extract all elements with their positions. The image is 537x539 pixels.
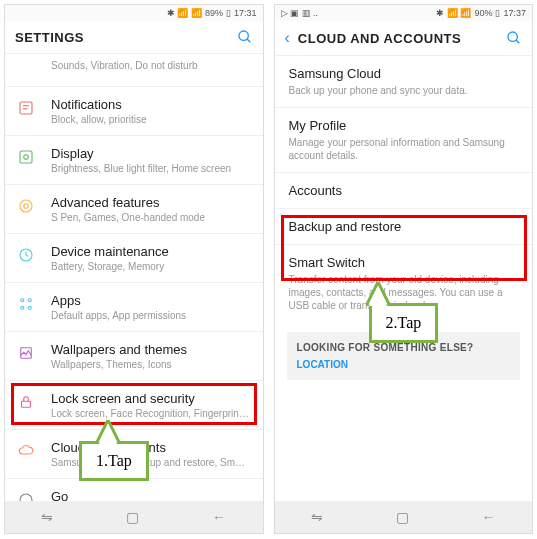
row-samsung-cloud[interactable]: Samsung Cloud Back up your phone and syn… (275, 56, 533, 108)
battery-percent: 90% (474, 8, 492, 18)
row-my-profile[interactable]: My Profile Manage your personal informat… (275, 108, 533, 173)
home-button[interactable]: ▢ (126, 509, 139, 525)
status-icons: ✱ 📶 📶 (436, 8, 471, 18)
apps-icon (17, 295, 37, 315)
status-bar-right: ▷ ▣ ▥ .. ✱ 📶 📶 90% ▯ 17:37 (275, 5, 533, 21)
location-link[interactable]: LOCATION (297, 359, 511, 370)
svg-point-11 (28, 299, 31, 302)
status-time: 17:37 (503, 8, 526, 18)
callout-tap1: 1.Tap (79, 441, 149, 481)
settings-row-advanced[interactable]: Advanced featuresS Pen, Games, One-hande… (5, 185, 263, 234)
looking-title: LOOKING FOR SOMETHING ELSE? (297, 342, 511, 353)
svg-rect-15 (22, 401, 31, 407)
cloud-accounts-screen: ▷ ▣ ▥ .. ✱ 📶 📶 90% ▯ 17:37 ‹ CLOUD AND A… (274, 4, 534, 534)
svg-rect-5 (20, 151, 32, 163)
settings-header: SETTINGS (5, 21, 263, 54)
settings-row-maintenance[interactable]: Device maintenanceBattery, Storage, Memo… (5, 234, 263, 283)
recent-apps-button[interactable]: ⇋ (311, 509, 323, 525)
nav-bar-right: ⇋ ▢ ← (275, 501, 533, 533)
back-button[interactable]: ← (482, 509, 496, 525)
status-time: 17:31 (234, 8, 257, 18)
wallpapers-icon (17, 344, 37, 364)
nav-bar-left: ⇋ ▢ ← (5, 501, 263, 533)
lock-icon (17, 393, 37, 413)
svg-point-12 (21, 306, 24, 309)
header-title: CLOUD AND ACCOUNTS (298, 31, 506, 46)
advanced-icon (17, 197, 37, 217)
notifications-icon (17, 99, 37, 119)
sounds-icon (17, 60, 37, 80)
battery-icon: ▯ (226, 8, 231, 18)
svg-point-20 (508, 32, 517, 41)
settings-row-notifications[interactable]: NotificationsBlock, allow, prioritise (5, 87, 263, 136)
recent-apps-button[interactable]: ⇋ (41, 509, 53, 525)
cloud-icon (17, 442, 37, 462)
battery-icon: ▯ (495, 8, 500, 18)
status-icons-left: ▷ ▣ ▥ .. (281, 8, 319, 18)
battery-percent: 89% (205, 8, 223, 18)
status-bar-left: ✱ 📶 📶 89% ▯ 17:31 (5, 5, 263, 21)
maintenance-icon (17, 246, 37, 266)
search-icon[interactable] (237, 29, 253, 45)
search-icon[interactable] (506, 30, 522, 46)
back-button[interactable]: ← (212, 509, 226, 525)
svg-point-13 (28, 306, 31, 309)
svg-point-7 (20, 200, 32, 212)
settings-screen: ✱ 📶 📶 89% ▯ 17:31 SETTINGS Sounds, Vibra… (4, 4, 264, 534)
status-icons: ✱ 📶 📶 (167, 8, 202, 18)
settings-row-sounds[interactable]: Sounds, Vibration, Do not disturb (5, 54, 263, 87)
svg-point-6 (24, 155, 29, 160)
svg-line-1 (247, 39, 250, 42)
row-backup-restore[interactable]: Backup and restore (275, 209, 533, 245)
svg-rect-2 (20, 102, 32, 114)
header-title: SETTINGS (15, 30, 237, 45)
settings-row-wallpapers[interactable]: Wallpapers and themesWallpapers, Themes,… (5, 332, 263, 381)
cloud-header: ‹ CLOUD AND ACCOUNTS (275, 21, 533, 56)
settings-row-display[interactable]: DisplayBrightness, Blue light filter, Ho… (5, 136, 263, 185)
callout-tap2: 2.Tap (369, 303, 439, 343)
settings-row-apps[interactable]: AppsDefault apps, App permissions (5, 283, 263, 332)
row-accounts[interactable]: Accounts (275, 173, 533, 209)
back-icon[interactable]: ‹ (285, 29, 290, 47)
svg-point-10 (21, 299, 24, 302)
svg-point-0 (239, 31, 248, 40)
svg-line-21 (516, 40, 519, 43)
display-icon (17, 148, 37, 168)
svg-point-8 (24, 204, 29, 209)
home-button[interactable]: ▢ (396, 509, 409, 525)
settings-row-lockscreen[interactable]: Lock screen and securityLock screen, Fac… (5, 381, 263, 430)
